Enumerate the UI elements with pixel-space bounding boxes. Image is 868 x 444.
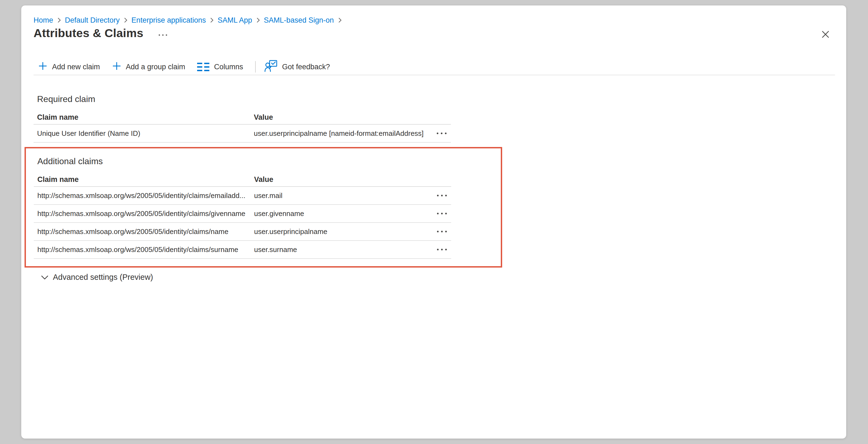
row-menu-icon[interactable] [430,231,451,232]
required-claim-heading: Required claim [37,93,451,105]
chevron-down-icon [41,273,49,282]
additional-claims-highlight-box: Additional claims Claim name Value http:… [25,147,502,268]
breadcrumb-saml-app[interactable]: SAML App [218,15,252,25]
claim-name-cell: http://schemas.xmlsoap.org/ws/2005/05/id… [34,209,254,218]
breadcrumb-chevron-icon [57,17,61,24]
breadcrumb-chevron-icon [256,17,260,24]
additional-claims-table: Claim name Value http://schemas.xmlsoap.… [34,173,451,259]
got-feedback-label: Got feedback? [282,63,330,71]
attributes-claims-panel: Home Default Directory Enterprise applic… [21,5,846,439]
row-menu-icon[interactable] [430,249,451,250]
columns-label: Columns [214,63,243,71]
row-menu-icon[interactable] [430,213,451,214]
more-menu-icon[interactable] [157,33,169,37]
claim-name-cell: http://schemas.xmlsoap.org/ws/2005/05/id… [34,245,254,254]
breadcrumb-saml-based-sign-on[interactable]: SAML-based Sign-on [264,15,334,25]
close-icon[interactable] [819,28,832,41]
claim-value-cell: user.surname [254,245,430,254]
breadcrumb-home[interactable]: Home [34,15,53,25]
table-header-row: Claim name Value [34,111,451,125]
value-column-header: Value [254,113,430,122]
plus-icon [112,61,121,72]
claim-name-cell: http://schemas.xmlsoap.org/ws/2005/05/id… [34,228,254,236]
columns-button[interactable]: Columns [196,61,244,73]
breadcrumb-chevron-icon [210,17,214,24]
plus-icon [38,61,48,72]
breadcrumb: Home Default Directory Enterprise applic… [34,15,346,25]
advanced-settings-toggle[interactable]: Advanced settings (Preview) [41,273,153,282]
breadcrumb-chevron-icon [123,17,128,24]
claim-name-cell: http://schemas.xmlsoap.org/ws/2005/05/id… [34,191,254,200]
required-claim-table: Claim name Value Unique User Identifier … [34,111,451,143]
table-row[interactable]: http://schemas.xmlsoap.org/ws/2005/05/id… [34,205,451,223]
table-row[interactable]: http://schemas.xmlsoap.org/ws/2005/05/id… [34,223,451,241]
table-header-row: Claim name Value [34,173,451,187]
claim-value-cell: user.mail [254,191,430,200]
claim-value-cell: user.userprincipalname [254,228,430,236]
required-claim-section: Required claim Claim name Value Unique U… [34,93,451,143]
additional-claims-heading: Additional claims [37,156,501,167]
toolbar-divider [255,61,256,72]
breadcrumb-chevron-icon [338,17,342,24]
table-row[interactable]: http://schemas.xmlsoap.org/ws/2005/05/id… [34,241,451,259]
page-title: Attributes & Claims [34,25,144,41]
add-group-claim-label: Add a group claim [126,63,185,71]
feedback-icon [265,60,278,74]
got-feedback-button[interactable]: Got feedback? [264,58,331,76]
claim-value-cell: user.givenname [254,209,430,218]
title-bar: Attributes & Claims [34,25,169,41]
advanced-settings-label: Advanced settings (Preview) [53,273,153,282]
table-row[interactable]: Unique User Identifier (Name ID) user.us… [34,125,451,143]
columns-icon [197,63,209,71]
add-new-claim-button[interactable]: Add new claim [37,60,101,74]
value-column-header: Value [254,175,430,184]
claim-value-cell: user.userprincipalname [nameid-format:em… [254,129,430,138]
add-group-claim-button[interactable]: Add a group claim [111,60,186,74]
breadcrumb-enterprise-applications[interactable]: Enterprise applications [131,15,206,25]
add-new-claim-label: Add new claim [52,63,100,71]
claim-name-column-header: Claim name [34,175,254,184]
table-row[interactable]: http://schemas.xmlsoap.org/ws/2005/05/id… [34,187,451,205]
claim-name-column-header: Claim name [34,113,254,122]
command-bar: Add new claim Add a group claim Columns [34,59,835,75]
claim-name-cell: Unique User Identifier (Name ID) [34,129,254,138]
row-menu-icon[interactable] [430,132,451,134]
row-menu-icon[interactable] [430,195,451,196]
breadcrumb-default-directory[interactable]: Default Directory [65,15,120,25]
